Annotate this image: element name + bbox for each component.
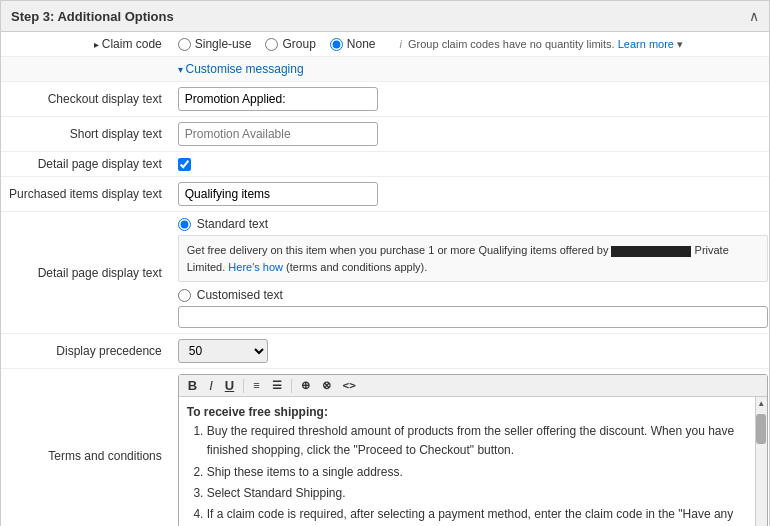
standard-text-label: Standard text bbox=[197, 217, 268, 231]
claim-code-value-cell: Single-use Group None i bbox=[170, 32, 769, 57]
toolbar-divider-2 bbox=[291, 379, 292, 393]
detail-page-checkbox-container bbox=[178, 158, 768, 171]
scrollbar-up[interactable]: ▲ bbox=[755, 397, 767, 410]
list-item: Select Standard Shipping. bbox=[207, 484, 747, 503]
single-use-label: Single-use bbox=[195, 37, 252, 51]
standard-text-row: Standard text bbox=[178, 217, 768, 231]
dropdown-arrow: ▾ bbox=[677, 38, 683, 50]
italic-button[interactable]: I bbox=[206, 378, 216, 393]
purchased-items-row: Purchased items display text bbox=[1, 177, 769, 212]
page-title: Step 3: Additional Options bbox=[11, 9, 174, 24]
terms-label: Terms and conditions bbox=[1, 369, 170, 527]
collapse-icon[interactable]: ∧ bbox=[749, 8, 759, 24]
list-item: If a claim code is required, after selec… bbox=[207, 505, 747, 526]
terms-value: B I U ≡ ☰ ⊕ ⊗ <> bbox=[170, 369, 769, 527]
editor-content-wrapper: To receive free shipping: Buy the requir… bbox=[179, 397, 767, 526]
heres-how-link[interactable]: Here's how bbox=[228, 261, 283, 273]
short-display-label: Short display text bbox=[1, 117, 170, 152]
list-item: Buy the required threshold amount of pro… bbox=[207, 422, 747, 460]
source-button[interactable]: <> bbox=[340, 379, 359, 392]
none-label: None bbox=[347, 37, 376, 51]
detail-page-text-value: Standard text Get free delivery on this … bbox=[170, 212, 769, 334]
detail-page-checkbox[interactable] bbox=[178, 158, 191, 171]
group-option[interactable]: Group bbox=[265, 37, 315, 51]
form-table: Claim code Single-use Group bbox=[1, 32, 769, 526]
info-icon: i bbox=[400, 38, 402, 50]
short-display-input[interactable] bbox=[178, 122, 378, 146]
short-display-row: Short display text bbox=[1, 117, 769, 152]
editor-toolbar: B I U ≡ ☰ ⊕ ⊗ <> bbox=[179, 375, 767, 397]
editor-content[interactable]: To receive free shipping: Buy the requir… bbox=[179, 397, 755, 526]
link-button[interactable]: ⊕ bbox=[298, 379, 313, 392]
single-use-option[interactable]: Single-use bbox=[178, 37, 252, 51]
terms-editor: B I U ≡ ☰ ⊕ ⊗ <> bbox=[178, 374, 768, 526]
claim-code-label: Claim code bbox=[94, 37, 162, 51]
single-use-radio[interactable] bbox=[178, 38, 191, 51]
none-radio[interactable] bbox=[330, 38, 343, 51]
bold-button[interactable]: B bbox=[185, 378, 200, 393]
detail-page-checkbox-value bbox=[170, 152, 769, 177]
unlink-button[interactable]: ⊗ bbox=[319, 379, 334, 392]
detail-page-text-row: Detail page display text Standard text G… bbox=[1, 212, 769, 334]
claim-code-radio-group: Single-use Group None i bbox=[178, 37, 768, 51]
checkout-display-input[interactable] bbox=[178, 87, 378, 111]
learn-more-link[interactable]: Learn more bbox=[618, 38, 674, 50]
customise-messaging-value-cell[interactable]: Customise messaging bbox=[170, 57, 769, 82]
terms-row: Terms and conditions B I U ≡ ☰ bbox=[1, 369, 769, 527]
unordered-list-button[interactable]: ☰ bbox=[269, 379, 285, 392]
section-header: Step 3: Additional Options ∧ bbox=[1, 1, 769, 32]
detail-page-checkbox-label-cell: Detail page display text bbox=[1, 152, 170, 177]
customised-text-label: Customised text bbox=[197, 288, 283, 302]
detail-page-text-label: Detail page display text bbox=[1, 212, 170, 334]
short-display-value bbox=[170, 117, 769, 152]
customised-text-row: Customised text bbox=[178, 288, 768, 302]
customise-messaging-row: Customise messaging bbox=[1, 57, 769, 82]
ordered-list-button[interactable]: ≡ bbox=[250, 379, 262, 392]
claim-code-row: Claim code Single-use Group bbox=[1, 32, 769, 57]
claim-code-label-cell: Claim code bbox=[1, 32, 170, 57]
description-box: Get free delivery on this item when you … bbox=[178, 235, 768, 282]
purchased-items-input[interactable] bbox=[178, 182, 378, 206]
scrollbar-down[interactable]: ▼ bbox=[755, 522, 767, 526]
none-option[interactable]: None bbox=[330, 37, 376, 51]
info-text-content: Group claim codes have no quantity limit… bbox=[408, 38, 615, 50]
checkout-display-row: Checkout display text bbox=[1, 82, 769, 117]
checkout-display-label: Checkout display text bbox=[1, 82, 170, 117]
content-title: To receive free shipping: bbox=[187, 405, 328, 419]
purchased-items-label: Purchased items display text bbox=[1, 177, 170, 212]
checkout-display-value bbox=[170, 82, 769, 117]
display-precedence-label: Display precedence bbox=[1, 334, 170, 369]
customised-text-input[interactable] bbox=[178, 306, 768, 328]
scrollbar-thumb[interactable] bbox=[756, 414, 766, 444]
customise-messaging-label-cell bbox=[1, 57, 170, 82]
standard-text-radio[interactable] bbox=[178, 218, 191, 231]
purchased-items-value bbox=[170, 177, 769, 212]
display-precedence-value: 50 bbox=[170, 334, 769, 369]
claim-code-info: i Group claim codes have no quantity lim… bbox=[400, 38, 684, 51]
detail-page-checkbox-row: Detail page display text bbox=[1, 152, 769, 177]
display-precedence-select[interactable]: 50 bbox=[178, 339, 268, 363]
group-label: Group bbox=[282, 37, 315, 51]
customised-text-radio[interactable] bbox=[178, 289, 191, 302]
customise-messaging-toggle[interactable]: Customise messaging bbox=[178, 62, 304, 76]
redacted-text bbox=[611, 246, 691, 257]
main-container: Step 3: Additional Options ∧ Claim code … bbox=[0, 0, 770, 526]
toolbar-divider-1 bbox=[243, 379, 244, 393]
terms-list: Buy the required threshold amount of pro… bbox=[207, 422, 747, 526]
list-item: Ship these items to a single address. bbox=[207, 463, 747, 482]
editor-scrollbar: ▲ ▼ bbox=[755, 397, 767, 526]
group-radio[interactable] bbox=[265, 38, 278, 51]
display-precedence-row: Display precedence 50 bbox=[1, 334, 769, 369]
content-area: Claim code Single-use Group bbox=[1, 32, 769, 526]
underline-button[interactable]: U bbox=[222, 378, 237, 393]
